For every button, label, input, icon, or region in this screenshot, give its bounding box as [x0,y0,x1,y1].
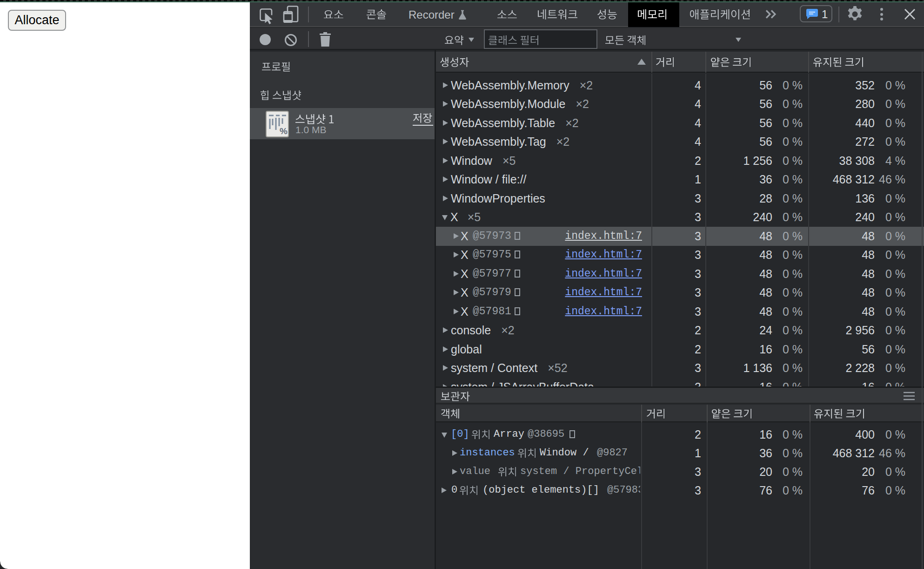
svg-text:%: % [280,126,288,136]
